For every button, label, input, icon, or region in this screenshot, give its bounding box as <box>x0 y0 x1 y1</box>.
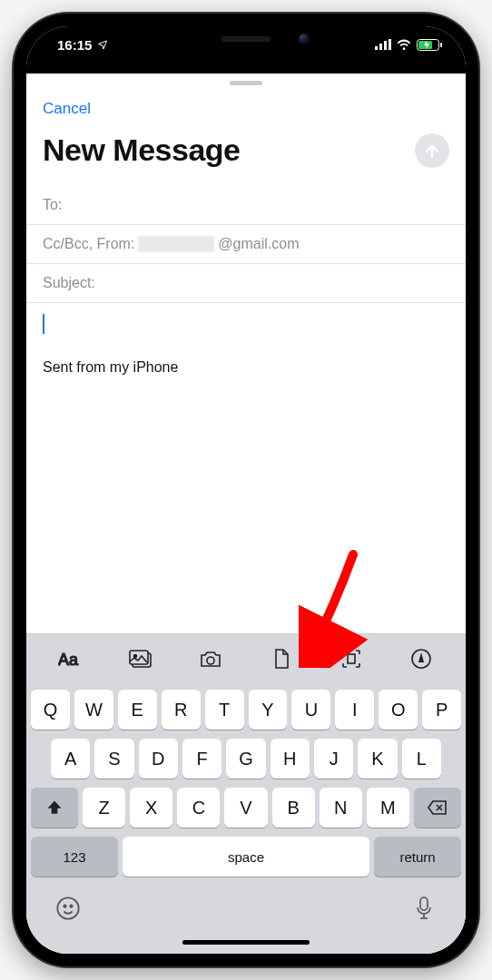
shift-key[interactable] <box>31 788 78 828</box>
screen: 16:15 Cancel New Message <box>26 26 466 954</box>
key-z[interactable]: Z <box>83 788 125 828</box>
space-key[interactable]: space <box>123 837 369 877</box>
key-q[interactable]: Q <box>31 690 70 730</box>
key-n[interactable]: N <box>320 788 362 828</box>
attach-document-icon <box>271 648 291 670</box>
front-camera <box>299 34 310 44</box>
shift-icon <box>45 799 64 817</box>
key-d[interactable]: D <box>139 739 178 779</box>
send-button[interactable] <box>415 133 449 168</box>
emoji-button[interactable] <box>53 893 84 924</box>
key-t[interactable]: T <box>205 690 244 730</box>
sheet-backdrop <box>26 63 466 74</box>
key-m[interactable]: M <box>367 788 409 828</box>
redacted-email-user <box>138 236 214 252</box>
arrow-up-icon <box>423 142 441 160</box>
cc-bcc-from-field[interactable]: Cc/Bcc, From: @gmail.com <box>26 225 466 264</box>
keyboard-row-2: A S D F G H J K L <box>31 739 461 779</box>
markup-icon <box>410 648 432 670</box>
compose-sheet: Cancel New Message To: Cc/Bcc, From: @gm… <box>26 74 466 954</box>
wifi-icon <box>397 39 411 50</box>
status-time: 16:15 <box>57 37 92 53</box>
svg-rect-9 <box>130 651 148 664</box>
battery-charging-icon <box>417 39 442 51</box>
cancel-button[interactable]: Cancel <box>43 94 91 123</box>
scan-document-icon <box>340 648 362 670</box>
camera-icon <box>199 649 222 669</box>
return-key[interactable]: return <box>374 837 461 877</box>
sheet-grabber[interactable] <box>230 81 262 85</box>
svg-point-15 <box>64 906 65 907</box>
svg-rect-6 <box>440 43 442 47</box>
key-j[interactable]: J <box>314 739 353 779</box>
dictation-button[interactable] <box>408 893 439 924</box>
home-indicator[interactable] <box>182 940 310 945</box>
key-a[interactable]: A <box>51 739 90 779</box>
keyboard-row-3: Z X C V B N M <box>31 788 461 828</box>
from-email-domain: @gmail.com <box>218 236 299 252</box>
microphone-icon <box>414 896 434 921</box>
markup-button[interactable] <box>394 641 448 677</box>
svg-rect-3 <box>389 39 391 50</box>
key-y[interactable]: Y <box>249 690 288 730</box>
key-i[interactable]: I <box>335 690 374 730</box>
key-w[interactable]: W <box>74 690 113 730</box>
key-c[interactable]: C <box>177 788 220 828</box>
attach-document-button[interactable] <box>254 641 309 677</box>
svg-rect-1 <box>379 44 382 50</box>
format-text-button[interactable]: Aa <box>44 641 98 677</box>
keyboard-row-4: 123 space return <box>31 837 461 877</box>
to-field[interactable]: To: <box>26 186 466 225</box>
format-text-icon: Aa <box>58 649 84 669</box>
svg-rect-12 <box>348 654 355 663</box>
location-icon <box>97 39 108 50</box>
numbers-key[interactable]: 123 <box>31 837 118 877</box>
camera-button[interactable] <box>183 641 238 677</box>
key-r[interactable]: R <box>162 690 201 730</box>
subject-field[interactable]: Subject: <box>26 264 466 303</box>
signature-text: Sent from my iPhone <box>43 359 449 376</box>
key-k[interactable]: K <box>358 739 397 779</box>
message-body-input[interactable]: Sent from my iPhone <box>26 303 466 633</box>
key-p[interactable]: P <box>422 690 461 730</box>
notch <box>155 26 337 52</box>
keyboard-bottom-row <box>31 886 461 924</box>
key-e[interactable]: E <box>118 690 157 730</box>
text-caret <box>43 314 44 334</box>
key-h[interactable]: H <box>271 739 310 779</box>
key-x[interactable]: X <box>130 788 172 828</box>
key-l[interactable]: L <box>402 739 441 779</box>
key-f[interactable]: F <box>182 739 221 779</box>
cellular-signal-icon <box>375 39 391 50</box>
svg-point-14 <box>57 897 78 918</box>
key-g[interactable]: G <box>226 739 265 779</box>
speaker-grille <box>221 36 271 42</box>
backspace-key[interactable] <box>414 788 461 828</box>
key-u[interactable]: U <box>291 690 330 730</box>
to-field-label: To: <box>43 197 62 213</box>
backspace-icon <box>427 799 448 816</box>
svg-point-16 <box>70 906 72 907</box>
svg-rect-2 <box>384 41 387 50</box>
photo-library-button[interactable] <box>113 641 168 677</box>
emoji-icon <box>55 896 81 921</box>
key-b[interactable]: B <box>272 788 315 828</box>
key-v[interactable]: V <box>224 788 267 828</box>
subject-field-label: Subject: <box>43 275 95 291</box>
ccbcc-from-label: Cc/Bcc, From: <box>43 236 134 252</box>
svg-point-11 <box>207 657 214 664</box>
key-o[interactable]: O <box>379 690 418 730</box>
svg-text:Aa: Aa <box>58 651 79 669</box>
scan-document-button[interactable] <box>324 641 379 677</box>
svg-rect-0 <box>375 46 378 50</box>
compose-toolbar: Aa <box>26 633 466 682</box>
keyboard-row-1: Q W E R T Y U I O P <box>31 690 461 730</box>
photo-library-icon <box>128 649 153 669</box>
key-s[interactable]: S <box>94 739 133 779</box>
phone-frame: 16:15 Cancel New Message <box>14 14 478 966</box>
keyboard: Q W E R T Y U I O P A S D F G H <box>26 682 466 954</box>
page-title: New Message <box>43 132 241 168</box>
svg-rect-17 <box>420 897 428 910</box>
